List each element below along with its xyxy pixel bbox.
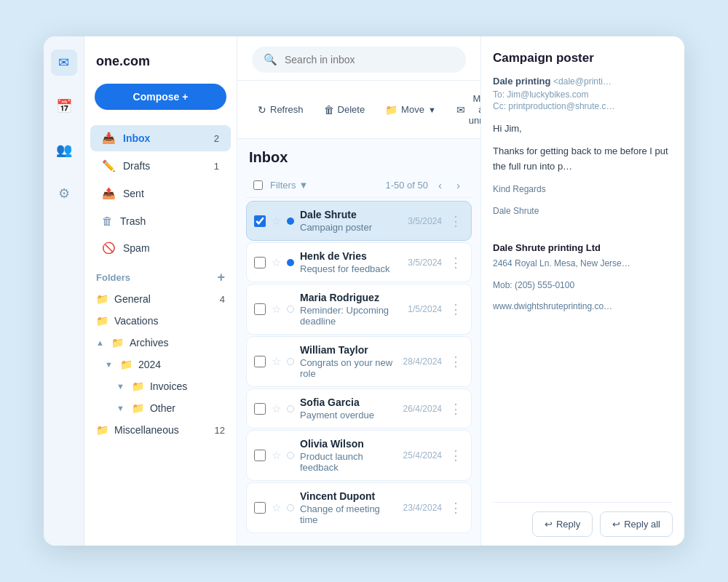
chevron-down-icon: ▼ — [105, 360, 113, 369]
brand-logo: one.com — [84, 48, 237, 84]
email-row[interactable]: ☆ Dale Shrute Campaign poster 3/5/2024 ⋮ — [246, 201, 472, 241]
email-menu-3[interactable]: ⋮ — [448, 354, 464, 370]
reply-all-button[interactable]: ↩ Reply all — [600, 511, 673, 537]
email-checkbox-3[interactable] — [254, 356, 266, 367]
email-checkbox-0[interactable] — [254, 215, 266, 227]
select-all-checkbox[interactable] — [253, 180, 263, 190]
folder-other[interactable]: ▼ 📁 Other — [84, 397, 237, 419]
search-input[interactable] — [285, 54, 454, 65]
unread-dot-1 — [287, 259, 294, 266]
email-date-0: 3/5/2024 — [408, 216, 442, 226]
star-icon-5[interactable]: ☆ — [272, 449, 281, 462]
delete-button[interactable]: 🗑 Delete — [315, 99, 374, 121]
email-checkbox-4[interactable] — [254, 403, 266, 415]
list-header: Filters ▼ 1-50 of 50 ‹ › — [246, 173, 472, 198]
sig-web: www.dwightshruteprinting.co… — [493, 300, 673, 314]
toolbar: ↻ Refresh 🗑 Delete 📁 Move ▼ ✉ Mark as un… — [237, 81, 480, 139]
folder-general-label: General — [114, 293, 151, 305]
reading-pane: Campaign poster Dale printing <dale@prin… — [480, 36, 684, 546]
email-list-wrapper: Inbox Filters ▼ 1-50 of 50 ‹ › ☆ Dale Sh — [237, 139, 480, 546]
nav-drafts[interactable]: ✏️ Drafts 1 — [90, 153, 231, 179]
email-checkbox-5[interactable] — [254, 450, 266, 461]
email-menu-1[interactable]: ⋮ — [448, 255, 464, 271]
email-body-4: Sofia Garcia Payment overdue — [300, 396, 397, 420]
sent-icon: 📤 — [102, 187, 116, 200]
prev-page-button[interactable]: ‹ — [434, 178, 446, 193]
compose-button[interactable]: Compose + — [95, 84, 226, 110]
email-checkbox-6[interactable] — [254, 502, 266, 514]
filters-label: Filters — [270, 180, 296, 191]
refresh-button[interactable]: ↻ Refresh — [249, 99, 312, 121]
star-icon-0[interactable]: ☆ — [272, 215, 281, 228]
folder-general[interactable]: 📁 General 4 — [84, 288, 237, 310]
folder-miscellaneous[interactable]: 📁 Miscellaneous 12 — [84, 419, 237, 441]
star-icon-4[interactable]: ☆ — [272, 402, 281, 415]
email-row[interactable]: ☆ Maria Rodriguez Reminder: Upcoming dea… — [246, 284, 472, 335]
mail-rail-icon[interactable]: ✉ — [51, 49, 77, 76]
email-subject-6: Change of meeting time — [300, 503, 397, 525]
sig-name: Dale Shrute — [493, 204, 673, 218]
email-date-2: 1/5/2024 — [408, 304, 442, 314]
refresh-label: Refresh — [270, 104, 304, 115]
email-subject-1: Request for feedback — [300, 263, 402, 274]
unread-dot-3 — [287, 358, 294, 365]
email-date-3: 28/4/2024 — [403, 356, 442, 367]
email-menu-5[interactable]: ⋮ — [448, 447, 464, 463]
email-menu-2[interactable]: ⋮ — [448, 301, 464, 317]
folder-other-icon: 📁 — [132, 402, 144, 414]
nav-spam[interactable]: 🚫 Spam — [90, 235, 231, 261]
folder-general-icon: 📁 — [96, 293, 108, 305]
email-row[interactable]: ☆ Olivia Wilson Product launch feedback … — [246, 430, 472, 481]
folder-vacations[interactable]: 📁 Vacations — [84, 310, 237, 332]
delete-icon: 🗑 — [324, 104, 334, 116]
folders-label: Folders — [96, 272, 130, 283]
email-menu-6[interactable]: ⋮ — [448, 500, 464, 516]
email-row[interactable]: ☆ William Taylor Congrats on your new ro… — [246, 336, 472, 387]
email-row[interactable]: ☆ Vincent Dupont Change of meeting time … — [246, 482, 472, 533]
header: 🔍 — [237, 36, 480, 81]
email-row[interactable]: ☆ Henk de Vries Request for feedback 3/5… — [246, 242, 472, 282]
unread-dot-0 — [287, 218, 294, 225]
search-bar: 🔍 — [252, 47, 466, 73]
email-menu-4[interactable]: ⋮ — [448, 401, 464, 417]
reply-button[interactable]: ↩ Reply — [532, 511, 593, 537]
nav-trash[interactable]: 🗑 Trash — [90, 208, 231, 234]
folder-vacations-label: Vacations — [114, 315, 158, 327]
folder-misc-label: Miscellaneous — [114, 424, 179, 436]
nav-trash-label: Trash — [120, 215, 146, 227]
star-icon-2[interactable]: ☆ — [272, 303, 281, 316]
email-menu-0[interactable]: ⋮ — [448, 213, 464, 229]
email-signature: Kind Regards Dale Shrute Dale Shrute pri… — [493, 183, 673, 314]
reply-label: Reply — [556, 519, 580, 530]
calendar-rail-icon[interactable]: 📅 — [51, 93, 77, 119]
inbox-icon: 📥 — [102, 132, 116, 145]
email-checkbox-1[interactable] — [254, 257, 266, 268]
email-row[interactable]: ☆ Sofia Garcia Payment overdue 26/4/2024… — [246, 388, 472, 428]
email-body: Hi Jim, Thanks for getting back to me be… — [493, 121, 673, 496]
mark-unread-icon: ✉ — [456, 104, 465, 116]
folder-2024-label: 2024 — [138, 359, 161, 370]
filters-button[interactable]: Filters ▼ — [270, 180, 308, 191]
add-folder-button[interactable]: + — [217, 271, 225, 284]
folder-2024[interactable]: ▼ 📁 2024 — [84, 354, 237, 375]
email-sender-5: Olivia Wilson — [300, 438, 397, 450]
folder-invoices[interactable]: ▼ 📁 Invoices — [84, 375, 237, 397]
body-line1: Hi Jim, — [493, 121, 673, 137]
email-subject-4: Payment overdue — [300, 410, 397, 420]
folders-header: Folders + — [84, 262, 237, 288]
folder-archives[interactable]: ▲ 📁 Archives — [84, 332, 237, 354]
sig-address: 2464 Royal Ln. Mesa, New Jerse… — [493, 257, 673, 271]
settings-rail-icon[interactable]: ⚙ — [51, 180, 77, 207]
next-page-button[interactable]: › — [452, 178, 464, 193]
star-icon-6[interactable]: ☆ — [272, 501, 281, 514]
email-date-1: 3/5/2024 — [408, 258, 442, 268]
star-icon-3[interactable]: ☆ — [272, 355, 281, 368]
contacts-rail-icon[interactable]: 👥 — [51, 137, 77, 163]
email-checkbox-2[interactable] — [254, 303, 266, 315]
email-subject-title: Campaign poster — [493, 51, 673, 65]
email-to: To: Jim@luckybikes.com — [493, 89, 673, 100]
nav-sent[interactable]: 📤 Sent — [90, 180, 231, 207]
nav-inbox[interactable]: 📥 Inbox 2 — [90, 125, 231, 151]
star-icon-1[interactable]: ☆ — [272, 256, 281, 269]
move-button[interactable]: 📁 Move ▼ — [376, 99, 445, 121]
